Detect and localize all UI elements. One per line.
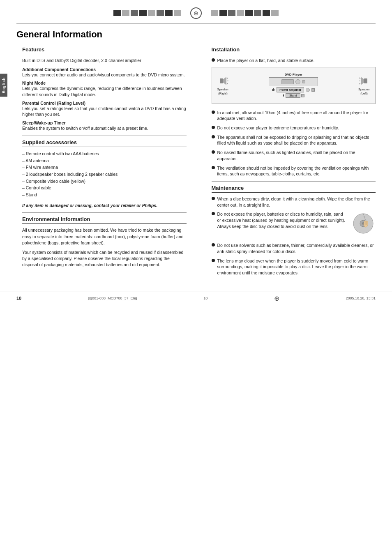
bullet-dot xyxy=(212,111,215,114)
right-column: Installation Place the player on a flat,… xyxy=(212,46,376,279)
feature-title: Night Mode xyxy=(22,81,187,85)
svg-line-7 xyxy=(359,78,360,79)
installation-bullets: Place the player on a flat, hard, and st… xyxy=(212,58,376,64)
list-item: When a disc becomes dirty, clean it with… xyxy=(212,196,376,208)
svg-rect-15 xyxy=(365,221,367,225)
stand-icon: ⬇ xyxy=(282,94,285,97)
left-column: Features Built-in DTS and Dolby® Digital… xyxy=(16,46,187,279)
bullet-dot xyxy=(212,212,215,215)
list-item: No naked flame sources, such as lighted … xyxy=(212,150,376,161)
bullet-dot xyxy=(212,135,215,138)
bar-block xyxy=(211,10,218,16)
footer-file: pg001-038_MCD700_37_Eng xyxy=(88,296,137,300)
maintenance-heading: Maintenance xyxy=(212,185,376,193)
speaker-right-label: Speaker(Left) xyxy=(356,75,372,96)
list-item: AM antenna xyxy=(22,157,187,164)
installation-section: Installation Place the player on a flat,… xyxy=(212,46,376,177)
bullet-dot xyxy=(212,58,215,62)
feature-item-parental: Parental Control (Rating Level) Lets you… xyxy=(22,101,187,117)
features-heading: Features xyxy=(22,46,187,54)
footer: 10 pg001-038_MCD700_37_Eng 10 ⊕ 2005.10.… xyxy=(0,292,392,305)
bullet-dot xyxy=(212,259,215,262)
dvd-connection-diagram: Speaker(Right) DVD Player xyxy=(212,67,376,104)
feature-desc: Lets you connect other audio and audio/v… xyxy=(22,72,187,78)
damage-notice: If any item is damaged or missing, conta… xyxy=(22,203,187,209)
list-item: 2 loudspeaker boxes including 2 speaker … xyxy=(22,171,187,178)
bullet-text: The apparatus shall not be exposed to dr… xyxy=(217,134,376,146)
feature-title: Additional Component Connections xyxy=(22,67,187,72)
svg-rect-16 xyxy=(367,221,368,225)
list-item: The apparatus shall not be exposed to dr… xyxy=(212,134,376,146)
page-title: General Information xyxy=(16,29,376,40)
environmental-heading: Environmental information xyxy=(22,216,187,224)
bar-block xyxy=(122,10,129,16)
bar-block xyxy=(254,10,261,16)
crosshair-icon-top-left: ⊕ xyxy=(190,7,202,19)
section-divider xyxy=(22,136,187,136)
bullet-dot xyxy=(212,126,215,129)
bullet-text: The lens may cloud over when the player … xyxy=(217,258,376,276)
env-paragraph-1: All unnecessary packaging has been omitt… xyxy=(22,227,187,246)
speaker-left-icon xyxy=(215,75,231,88)
power-amplifier-box: Power Amplifier xyxy=(277,87,304,92)
bar-block xyxy=(263,10,270,16)
feature-item-night-mode: Night Mode Lets you compress the dynamic… xyxy=(22,81,187,97)
features-section: Features Built-in DTS and Dolby® Digital… xyxy=(22,46,187,131)
bullet-text: Place the player on a flat, hard, and st… xyxy=(217,58,315,64)
maintenance-section: Maintenance When a disc becomes dirty, c… xyxy=(212,185,376,276)
svg-line-9 xyxy=(359,83,360,84)
accessories-list: Remote control with two AAA batteries AM… xyxy=(22,150,187,198)
top-decorative-bar: ⊕ xyxy=(0,0,392,23)
dvd-amp-row: ⏻ Power Amplifier xyxy=(272,87,315,92)
disc-cleaning-image xyxy=(351,211,376,236)
env-paragraph-2: Your system consists of materials which … xyxy=(22,249,187,268)
installation-heading: Installation xyxy=(212,46,376,54)
speaker-left-label: Speaker(Right) xyxy=(215,75,231,96)
main-columns: Features Built-in DTS and Dolby® Digital… xyxy=(16,46,376,279)
amp-knob xyxy=(306,88,310,92)
supplied-accessories-section: Supplied accessories Remote control with… xyxy=(22,139,187,209)
svg-rect-0 xyxy=(220,78,223,83)
list-item-with-image: Do not expose the player, batteries or d… xyxy=(212,211,376,239)
features-intro: Built-in DTS and Dolby® Digital decoder,… xyxy=(22,58,187,64)
language-tab: English xyxy=(0,74,7,97)
amp-port xyxy=(311,88,315,92)
maintenance-text-image: Do not expose the player, batteries or d… xyxy=(217,211,376,236)
bar-block xyxy=(139,10,147,16)
bullet-text: When a disc becomes dirty, clean it with… xyxy=(217,196,376,208)
list-item: The ventilation should not be impeded by… xyxy=(212,165,376,177)
maintenance-bullet-2-text: Do not expose the player, batteries or d… xyxy=(217,211,348,229)
bullet-text: In a cabinet, allow about 10cm (4 inches… xyxy=(217,110,376,122)
bar-block xyxy=(165,10,173,16)
bar-left xyxy=(113,10,181,16)
top-divider-line xyxy=(16,23,376,23)
section-divider xyxy=(22,212,187,213)
dvd-center-diagram: DVD Player ⏻ Power Amplifier xyxy=(231,73,357,98)
bullet-dot xyxy=(212,166,215,169)
svg-marker-6 xyxy=(361,77,364,85)
feature-desc: Lets you set a ratings level so that you… xyxy=(22,106,187,117)
feature-title: Parental Control (Rating Level) xyxy=(22,101,187,106)
bar-block xyxy=(245,10,253,16)
speaker-label-text: Speaker(Right) xyxy=(215,88,231,96)
svg-rect-14 xyxy=(364,221,365,225)
list-item: Do not expose your player to extreme tem… xyxy=(212,125,376,131)
bullet-dot xyxy=(212,243,215,246)
feature-item-connections: Additional Component Connections Lets yo… xyxy=(22,67,187,78)
svg-line-4 xyxy=(227,83,228,84)
list-item: Control cable xyxy=(22,184,187,191)
bar-block xyxy=(131,10,138,16)
dvd-player-box xyxy=(269,77,318,86)
page-content: General Information Features Built-in DT… xyxy=(0,29,392,279)
bullet-dot xyxy=(212,150,215,154)
column-divider xyxy=(199,46,199,279)
bar-block xyxy=(228,10,235,16)
feature-desc: Enables the system to switch on/off auto… xyxy=(22,125,187,131)
feature-item-sleep-timer: Sleep/Wake-up Timer Enables the system t… xyxy=(22,120,187,131)
list-item: FM wire antenna xyxy=(22,164,187,171)
feature-title: Sleep/Wake-up Timer xyxy=(22,120,187,125)
bar-block xyxy=(174,10,181,16)
speaker-label-text: Speaker(Left) xyxy=(356,88,372,96)
supplied-heading: Supplied accessories xyxy=(22,139,187,147)
stand-box: Stand xyxy=(286,93,300,98)
